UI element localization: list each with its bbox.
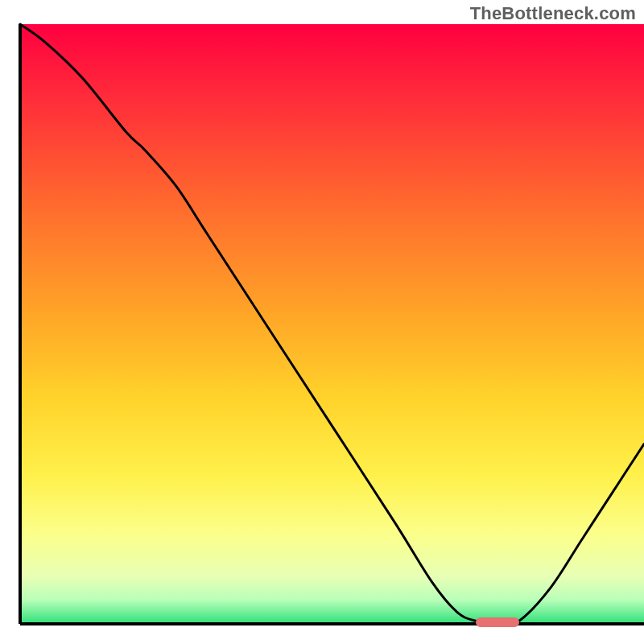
chart-background — [20, 24, 644, 624]
chart-container: TheBottleneck.com — [0, 0, 644, 644]
baseline-marker — [476, 617, 519, 627]
watermark-label: TheBottleneck.com — [470, 3, 636, 24]
chart-svg — [0, 0, 644, 644]
